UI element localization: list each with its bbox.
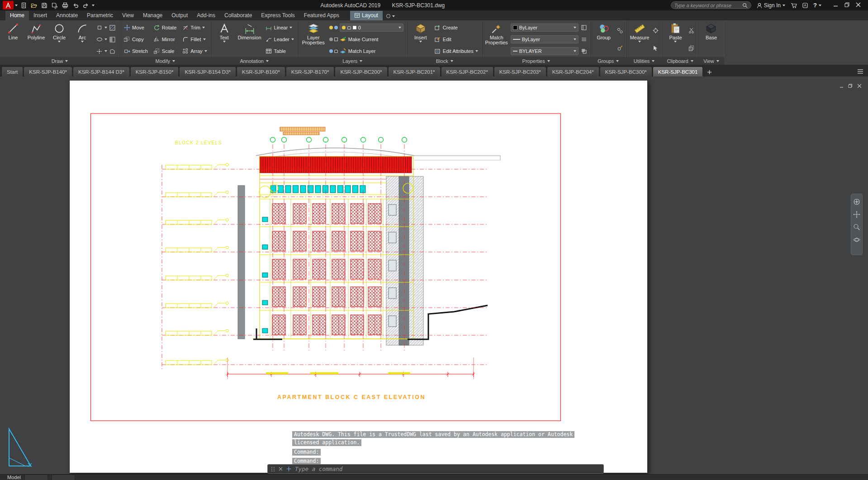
point-caret-icon[interactable] <box>104 50 107 52</box>
command-grip[interactable] <box>271 467 275 471</box>
group-edit-icon[interactable] <box>617 45 623 52</box>
utilities-panel-title[interactable]: Utilities <box>626 57 662 65</box>
id-point-icon[interactable] <box>652 27 659 34</box>
scale-button[interactable]: Scale <box>152 47 177 56</box>
properties-palette-icon[interactable] <box>581 24 588 31</box>
redo-button[interactable] <box>81 1 90 10</box>
lineweight-combo[interactable]: BYLAYER <box>511 47 579 55</box>
annotation-panel-title[interactable]: Annotation <box>211 57 298 65</box>
move-button[interactable]: Move <box>123 24 149 32</box>
ribbon-tab-parametric[interactable]: Parametric <box>82 11 118 20</box>
transparency-icon[interactable] <box>581 48 588 55</box>
save-button[interactable] <box>40 1 49 10</box>
steering-wheel-icon[interactable] <box>853 198 860 205</box>
edit-block-button[interactable]: Edit <box>433 35 479 44</box>
arc-button[interactable]: Arc <box>72 22 93 57</box>
layout-tab[interactable] <box>52 475 75 480</box>
ellipse-caret-icon[interactable] <box>104 38 107 40</box>
ungroup-icon[interactable] <box>617 27 623 34</box>
layer-on-icon[interactable] <box>329 26 333 29</box>
app-store-button[interactable] <box>791 3 797 8</box>
rectangle-caret-icon[interactable] <box>104 27 107 29</box>
file-tab-start[interactable]: Start <box>1 67 23 76</box>
modify-panel-title[interactable]: Modify <box>120 57 211 65</box>
search-icon[interactable] <box>742 3 748 8</box>
file-tab[interactable]: KSR-SJP-B170* <box>286 67 335 76</box>
circle-button[interactable]: Circle <box>49 22 70 57</box>
file-tab[interactable]: KSR-SJP-BC200* <box>335 67 387 76</box>
command-close-icon[interactable] <box>279 467 283 471</box>
layout-paper[interactable]: BLOCK 2 LEVELS APARTMENT BLOCK C EAST EL… <box>69 80 648 473</box>
doc-restore-button[interactable] <box>848 82 853 90</box>
zoom-icon[interactable] <box>853 223 860 231</box>
leader-button[interactable]: Leader <box>265 35 295 44</box>
layer-freeze-icon[interactable] <box>334 26 338 29</box>
model-tab[interactable]: Model <box>7 475 21 480</box>
new-tab-button[interactable] <box>705 67 714 76</box>
pan-icon[interactable] <box>853 211 860 218</box>
view-panel-title[interactable]: View <box>698 57 724 65</box>
fillet-button[interactable]: Fillet <box>181 35 208 44</box>
ribbon-tab-addins[interactable]: Add-ins <box>192 11 220 20</box>
linear-button[interactable]: Linear <box>265 24 295 32</box>
plot-button[interactable] <box>61 1 70 10</box>
cut-icon[interactable] <box>688 27 695 34</box>
hatch-icon[interactable] <box>109 24 116 31</box>
tab-list-button[interactable] <box>857 67 863 76</box>
file-tab-active[interactable]: KSR-SJP-BC301 <box>653 67 703 76</box>
groups-panel-title[interactable]: Groups <box>591 57 626 65</box>
layer-combo[interactable]: 0 <box>340 24 403 32</box>
linetype-combo[interactable]: ByLayer <box>511 35 579 43</box>
sign-in-button[interactable]: Sign In <box>757 2 785 9</box>
ribbon-tab-layout[interactable]: Layout <box>350 11 383 20</box>
draw-panel-title[interactable]: Draw <box>0 57 119 65</box>
paste-button[interactable]: Paste <box>665 22 686 57</box>
autocad-logo-button[interactable] <box>3 1 14 10</box>
ellipse-icon[interactable] <box>96 36 103 43</box>
autodesk-app-button[interactable] <box>802 3 808 8</box>
create-block-button[interactable]: Create <box>433 24 479 32</box>
open-button[interactable] <box>29 1 38 10</box>
command-input[interactable] <box>295 466 600 472</box>
file-tab[interactable]: KSR-SJP-BC203* <box>494 67 546 76</box>
file-tab[interactable]: KSR-SJP-BC300* <box>600 67 652 76</box>
ribbon-tab-insert[interactable]: Insert <box>29 11 52 20</box>
search-input[interactable] <box>674 3 740 8</box>
minimize-button[interactable] <box>833 2 838 9</box>
layout-tab[interactable] <box>24 475 48 480</box>
close-button[interactable] <box>856 2 861 9</box>
file-tab[interactable]: KSR-SJP-BC201* <box>388 67 441 76</box>
restore-button[interactable] <box>844 2 849 9</box>
command-line[interactable] <box>267 464 604 474</box>
ribbon-tab-view[interactable]: View <box>118 11 138 20</box>
ribbon-tab-manage[interactable]: Manage <box>138 11 167 20</box>
match-properties-button[interactable]: Match Properties <box>485 22 508 57</box>
qnew-button[interactable] <box>19 1 28 10</box>
ribbon-tab-collaborate[interactable]: Collaborate <box>220 11 256 20</box>
stretch-button[interactable]: Stretch <box>123 47 149 56</box>
ribbon-tab-home[interactable]: Home <box>5 11 29 20</box>
properties-list-icon[interactable] <box>581 36 588 43</box>
dimension-button[interactable]: Dimension <box>237 22 262 57</box>
group-button[interactable]: Group <box>593 22 614 57</box>
file-tab[interactable]: KSR-SJP-B150* <box>130 67 179 76</box>
region-icon[interactable] <box>109 48 116 55</box>
make-current-button[interactable]: Make Current <box>328 35 404 44</box>
file-tab[interactable]: KSR-SJP-BC204* <box>547 67 599 76</box>
layer-properties-button[interactable]: Layer Properties <box>301 22 326 57</box>
text-button[interactable]: Text <box>214 22 235 57</box>
copy-clip-icon[interactable] <box>688 45 695 52</box>
file-tab[interactable]: KSR-SJP-BC202* <box>441 67 493 76</box>
mirror-button[interactable]: Mirror <box>152 35 177 44</box>
properties-panel-title[interactable]: Properties <box>482 57 590 65</box>
ribbon-tab-annotate[interactable]: Annotate <box>52 11 82 20</box>
clipboard-panel-title[interactable]: Clipboard <box>662 57 697 65</box>
doc-minimize-button[interactable] <box>840 82 844 90</box>
line-button[interactable]: Line <box>3 22 24 57</box>
rotate-button[interactable]: Rotate <box>152 24 177 32</box>
orbit-icon[interactable] <box>853 236 860 243</box>
help-button[interactable]: ? <box>813 2 821 9</box>
copy-button[interactable]: Copy <box>123 35 149 44</box>
quick-select-icon[interactable] <box>652 45 659 52</box>
gradient-icon[interactable] <box>109 36 116 43</box>
